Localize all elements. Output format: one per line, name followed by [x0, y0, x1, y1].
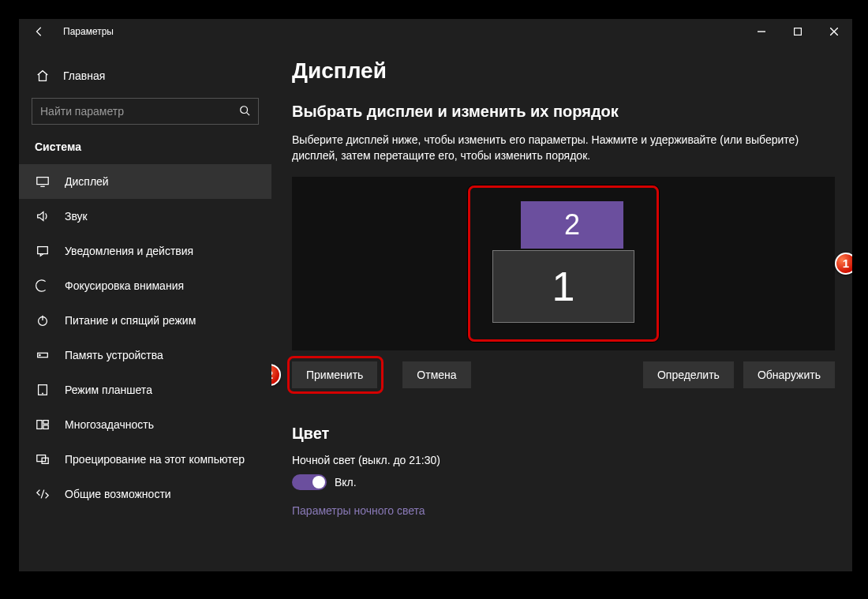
night-light-settings-link[interactable]: Параметры ночного света [292, 504, 829, 517]
svg-rect-0 [795, 28, 802, 36]
sidebar-item-label: Питание и спящий режим [65, 314, 196, 327]
window-controls [743, 19, 852, 44]
cancel-button[interactable]: Отмена [402, 361, 470, 388]
back-button[interactable] [30, 26, 49, 37]
home-icon [35, 69, 51, 83]
svg-point-6 [39, 354, 40, 355]
callout-badge-2: 2 [271, 364, 281, 386]
sidebar-item-power[interactable]: Питание и спящий режим [19, 303, 271, 338]
night-light-toggle[interactable] [292, 474, 327, 490]
sidebar-item-tablet[interactable]: Режим планшета [19, 373, 271, 407]
toggle-knob [312, 476, 325, 489]
sidebar-item-notifications[interactable]: Уведомления и действия [19, 234, 271, 268]
svg-rect-10 [43, 425, 48, 429]
multitasking-icon [35, 417, 51, 432]
sidebar-item-label: Многозадачность [65, 418, 154, 431]
projecting-icon [35, 451, 51, 467]
sidebar-item-label: Память устройства [65, 349, 163, 361]
search-box[interactable] [32, 98, 259, 125]
sidebar-item-label: Звук [65, 210, 88, 223]
monitor-1[interactable]: 1 [492, 250, 634, 323]
shared-icon [35, 486, 51, 502]
sidebar-item-storage[interactable]: Память устройства [19, 338, 271, 373]
arrange-help: Выберите дисплей ниже, чтобы изменить ег… [292, 132, 829, 164]
sidebar-item-sound[interactable]: Звук [19, 199, 271, 234]
window-title: Параметры [63, 26, 114, 37]
sidebar-item-multitasking[interactable]: Многозадачность [19, 407, 271, 442]
search-icon [239, 105, 250, 118]
page-title: Дисплей [292, 58, 829, 84]
callout-badge-1: 1 [835, 253, 852, 275]
sidebar-item-label: Фокусировка внимания [65, 279, 184, 292]
arrange-heading: Выбрать дисплеи и изменить их порядок [292, 103, 829, 121]
sidebar-item-shared[interactable]: Общие возможности [19, 477, 271, 511]
sidebar-item-label: Проецирование на этот компьютер [65, 453, 245, 466]
sidebar-nav: Дисплей Звук Уведомления и действия Фоку… [19, 164, 271, 511]
svg-rect-9 [43, 421, 48, 425]
sidebar-item-label: Дисплей [65, 175, 109, 188]
sidebar-item-focus[interactable]: Фокусировка внимания [19, 268, 271, 303]
display-arrange-canvas[interactable]: 2 1 [292, 177, 835, 350]
night-light-label: Ночной свет (выкл. до 21:30) [292, 454, 829, 466]
arrange-wrap: 2 1 1 [292, 177, 835, 350]
focus-icon [35, 278, 51, 294]
sidebar-item-projecting[interactable]: Проецирование на этот компьютер [19, 442, 271, 477]
sidebar-item-label: Общие возможности [65, 488, 171, 500]
color-heading: Цвет [292, 425, 829, 443]
detect-button[interactable]: Обнаружить [743, 361, 835, 388]
monitor-2-label: 2 [564, 208, 580, 241]
svg-rect-2 [37, 178, 48, 185]
sidebar-home-label: Главная [63, 69, 105, 82]
apply-wrap: Применить 2 [292, 361, 377, 388]
sidebar-category: Система [19, 133, 271, 164]
svg-rect-3 [38, 247, 48, 254]
monitor-stack: 2 1 [492, 197, 634, 331]
svg-point-1 [241, 106, 248, 113]
minimize-button[interactable] [743, 19, 780, 44]
storage-icon [35, 347, 51, 363]
arrange-button-row: Применить 2 Отмена Определить Обнаружить [292, 361, 835, 388]
close-button[interactable] [816, 19, 852, 44]
monitor-2[interactable]: 2 [521, 201, 623, 249]
notifications-icon [35, 243, 51, 259]
toggle-state: Вкл. [335, 476, 357, 489]
svg-rect-8 [37, 421, 42, 429]
tablet-icon [35, 382, 51, 398]
apply-button[interactable]: Применить [292, 361, 377, 388]
spacer [481, 361, 634, 388]
display-icon [35, 174, 51, 189]
night-light-toggle-row: Вкл. [292, 474, 829, 490]
sound-icon [35, 208, 51, 224]
content: Дисплей Выбрать дисплеи и изменить их по… [271, 44, 852, 571]
body: Главная Система Дисплей Звук [19, 44, 852, 571]
settings-window: Параметры Главная С [19, 19, 852, 571]
sidebar: Главная Система Дисплей Звук [19, 44, 271, 571]
search-input[interactable] [40, 105, 239, 118]
sidebar-item-label: Уведомления и действия [65, 245, 193, 257]
search-wrap [19, 92, 271, 133]
monitor-1-label: 1 [552, 263, 575, 310]
power-icon [35, 313, 51, 328]
sidebar-item-label: Режим планшета [65, 384, 152, 396]
identify-button[interactable]: Определить [643, 361, 734, 388]
sidebar-home[interactable]: Главная [19, 60, 271, 92]
maximize-button[interactable] [780, 19, 816, 44]
sidebar-item-display[interactable]: Дисплей [19, 164, 271, 199]
titlebar: Параметры [19, 19, 852, 44]
